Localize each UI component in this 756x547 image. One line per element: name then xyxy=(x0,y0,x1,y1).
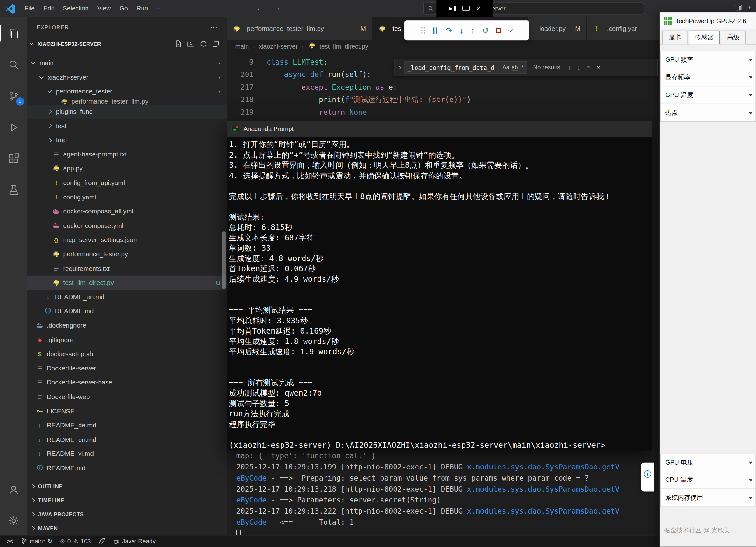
tree-folder-plugins_func[interactable]: plugins_func xyxy=(27,104,227,119)
screen-share-icon[interactable] xyxy=(462,6,470,11)
anaconda-title-bar[interactable]: Anaconda Prompt xyxy=(227,121,652,137)
whole-word-toggle[interactable]: ab xyxy=(512,65,518,70)
java-status[interactable]: Java: Ready xyxy=(109,535,159,547)
dropdown-arrow-icon[interactable] xyxy=(749,59,753,61)
source-control-view-icon[interactable]: 5 xyxy=(0,84,27,108)
menu-item[interactable]: ··· xyxy=(152,3,167,14)
tree-file-performance_tester.py[interactable]: performance_tester.py xyxy=(27,247,227,262)
find-close-icon[interactable]: × xyxy=(595,64,602,71)
tree-file-docker-compose_all.yml[interactable]: docker-compose_all.yml xyxy=(27,204,227,219)
dropdown-arrow-icon[interactable] xyxy=(749,76,753,79)
tree-file-.dockerignore[interactable]: .dockerignore xyxy=(27,318,227,333)
tree-file-mcp_server_settings.json[interactable]: {}mcp_server_settings.json xyxy=(27,233,227,247)
gpuz-tab-高级[interactable]: 高级 xyxy=(721,30,746,44)
sensor-row[interactable]: 显存频率 xyxy=(660,68,756,86)
refresh-icon[interactable] xyxy=(199,40,207,47)
menu-item[interactable]: Selection xyxy=(59,3,93,14)
match-case-toggle[interactable]: Aa xyxy=(502,65,509,70)
console-output[interactable]: 1. 打开你的“时钟”或“日历”应用。2. 点击屏幕上的“+”号或者在闹钟列表中… xyxy=(227,137,652,450)
find-next-icon[interactable]: ↓ xyxy=(576,64,582,71)
editor-tab-performance_tester_llm.py[interactable]: performance_tester_llm.pyM xyxy=(227,17,372,40)
sensor-row[interactable]: 系统内存使用 xyxy=(660,489,756,507)
dropdown-arrow-icon[interactable] xyxy=(749,112,753,115)
find-input[interactable]: _load_config_from_data_d Aa ab .* xyxy=(404,61,527,74)
regex-toggle[interactable]: .* xyxy=(520,65,524,70)
gpuz-tab-传感器[interactable]: 传感器 xyxy=(689,30,720,44)
menu-item[interactable]: View xyxy=(93,3,115,14)
sidebar-section-outline[interactable]: OUTLINE xyxy=(27,479,227,493)
explorer-section-header[interactable]: XIAOZHI-ESP32-SERVER xyxy=(27,38,227,50)
restart-button[interactable]: ↺ xyxy=(482,26,489,35)
tree-folder-tmp[interactable]: tmp xyxy=(27,133,227,147)
run-debug-view-icon[interactable] xyxy=(0,116,27,139)
plus-icon[interactable]: + xyxy=(748,4,752,11)
integrated-terminal[interactable]: map: { 'type': 'function_call' }2025-12-… xyxy=(227,446,657,535)
step-into-button[interactable]: ↓ xyxy=(459,26,464,35)
find-in-selection-icon[interactable]: ≡ xyxy=(585,64,592,71)
breadcrumb-item[interactable]: xiaozhi-server xyxy=(259,43,298,50)
tree-file-LICENSE[interactable]: LICENSE xyxy=(27,404,227,418)
tree-file-README_en.md[interactable]: ↓README_en.md xyxy=(27,432,227,447)
tree-file-app.py[interactable]: app.py xyxy=(27,162,227,176)
new-folder-icon[interactable] xyxy=(187,40,195,47)
settings-gear-icon[interactable] xyxy=(0,509,27,532)
tree-file-README.md[interactable]: ⓘREADME.md xyxy=(27,461,227,475)
tree-file-README_vi.md[interactable]: ↓README_vi.md xyxy=(27,447,227,461)
find-expand-icon[interactable]: › xyxy=(399,64,401,71)
sidebar-scrollbar[interactable] xyxy=(222,231,226,289)
drag-handle-icon[interactable] xyxy=(421,27,425,34)
collapse-all-icon[interactable] xyxy=(212,40,220,47)
find-prev-icon[interactable]: ↑ xyxy=(566,64,572,71)
tree-folder-test[interactable]: test xyxy=(27,119,227,133)
dropdown-arrow-icon[interactable] xyxy=(749,497,753,499)
step-out-button[interactable]: ↑ xyxy=(471,26,475,35)
tree-file-config_from_api.yaml[interactable]: !config_from_api.yaml xyxy=(27,176,227,190)
menu-item[interactable]: Run xyxy=(132,3,152,14)
tree-file-Dockerfile-web[interactable]: Dockerfile-web xyxy=(27,389,227,404)
sidebar-section-maven[interactable]: MAVEN xyxy=(27,521,227,535)
remote-indicator[interactable]: >< xyxy=(3,535,17,547)
gpuz-tab-显卡[interactable]: 显卡 xyxy=(662,30,688,44)
tree-file-README.md[interactable]: ⓘREADME.md xyxy=(27,304,227,318)
testing-view-icon[interactable] xyxy=(0,179,27,202)
dropdown-arrow-icon[interactable] xyxy=(749,462,753,464)
tree-file-docker-compose.yml[interactable]: docker-compose.yml xyxy=(27,219,227,233)
breadcrumb-item[interactable]: test_llm_direct.py xyxy=(319,43,368,50)
account-icon[interactable] xyxy=(0,478,27,501)
tree-file-Dockerfile-server-base[interactable]: Dockerfile-server-base xyxy=(27,375,227,390)
branch-indicator[interactable]: main* ↻ xyxy=(17,535,56,547)
menu-item[interactable]: Edit xyxy=(39,3,59,14)
sensor-row[interactable]: GPU 频率 xyxy=(660,51,756,68)
editor-tab-.config.yar[interactable]: !.config.yar xyxy=(587,17,664,40)
tree-folder-xiaozhi-server[interactable]: xiaozhi-server● xyxy=(27,70,227,85)
editor-tab-_loader.py[interactable]: _loader.pyM xyxy=(528,17,587,40)
explorer-view-icon[interactable] xyxy=(0,22,27,45)
search-view-icon[interactable] xyxy=(0,53,27,76)
sidebar-section-timeline[interactable]: TIMELINE xyxy=(27,493,227,507)
sensor-row[interactable]: CPU 温度 xyxy=(660,471,756,489)
tree-file-README_de.md[interactable]: ↓README_de.md xyxy=(27,418,227,432)
sensor-row[interactable]: GPU 温度 xyxy=(660,86,756,104)
sync-icon[interactable]: ↻ xyxy=(47,538,52,544)
notification-toast[interactable]: ⓘ xyxy=(641,463,654,492)
menu-item[interactable]: Go xyxy=(115,3,132,14)
stop-button[interactable] xyxy=(496,28,502,33)
new-file-icon[interactable] xyxy=(175,40,182,47)
play-pause-icon[interactable]: ▶ xyxy=(449,5,455,12)
close-icon[interactable]: × xyxy=(476,5,480,12)
tree-file-README_en.md[interactable]: ↓README_en.md xyxy=(27,290,227,304)
tree-folder-performance_tester[interactable]: performance_tester● xyxy=(27,84,227,99)
problems-indicator[interactable]: ⊗ 0 ⚠ 103 xyxy=(56,535,95,547)
tree-file-agent-base-prompt.txt[interactable]: agent-base-prompt.txt xyxy=(27,147,227,162)
tree-file-docker-setup.sh[interactable]: $docker-setup.sh xyxy=(27,347,227,361)
dropdown-arrow-icon[interactable] xyxy=(749,479,753,481)
pause-button[interactable] xyxy=(432,27,438,34)
tree-file-Dockerfile-server[interactable]: Dockerfile-server xyxy=(27,361,227,375)
more-actions-icon[interactable]: ⋯ xyxy=(210,23,218,32)
breadcrumb-item[interactable]: main xyxy=(235,43,249,50)
tree-file-.gitignore[interactable]: ◆.gitignore xyxy=(27,333,227,347)
tree-file-test_llm_direct.py[interactable]: test_llm_direct.pyU xyxy=(27,276,227,290)
menu-item[interactable]: File xyxy=(20,3,39,14)
extensions-view-icon[interactable] xyxy=(0,147,27,170)
tree-folder-main[interactable]: main● xyxy=(27,56,227,70)
